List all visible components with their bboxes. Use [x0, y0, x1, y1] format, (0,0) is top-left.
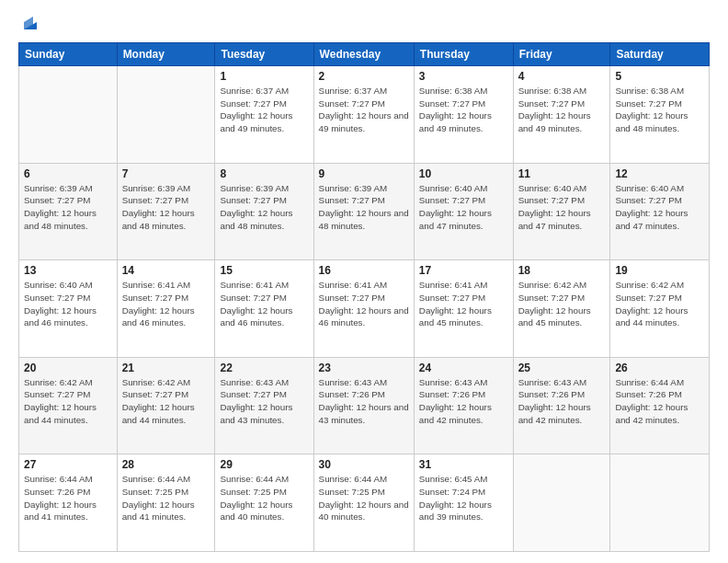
- day-number: 23: [319, 362, 409, 374]
- day-info: Sunrise: 6:43 AM Sunset: 7:26 PM Dayligh…: [518, 376, 606, 427]
- day-info: Sunrise: 6:40 AM Sunset: 7:27 PM Dayligh…: [615, 182, 704, 233]
- day-number: 7: [122, 167, 210, 180]
- calendar-cell: 21Sunrise: 6:42 AM Sunset: 7:27 PM Dayli…: [117, 357, 215, 454]
- day-number: 12: [615, 167, 704, 180]
- day-number: 1: [220, 70, 308, 83]
- calendar-cell: 25Sunrise: 6:43 AM Sunset: 7:26 PM Dayli…: [513, 357, 610, 454]
- calendar-cell: 27Sunrise: 6:44 AM Sunset: 7:26 PM Dayli…: [19, 454, 118, 552]
- day-number: 15: [220, 264, 308, 277]
- calendar-cell: 18Sunrise: 6:42 AM Sunset: 7:27 PM Dayli…: [513, 260, 610, 358]
- svg-marker-1: [24, 17, 33, 29]
- day-info: Sunrise: 6:42 AM Sunset: 7:27 PM Dayligh…: [615, 279, 704, 329]
- day-number: 19: [615, 264, 704, 277]
- day-info: Sunrise: 6:38 AM Sunset: 7:27 PM Dayligh…: [518, 85, 606, 135]
- calendar-cell: [117, 66, 215, 164]
- day-number: 8: [220, 167, 308, 180]
- day-number: 14: [122, 264, 210, 277]
- day-info: Sunrise: 6:37 AM Sunset: 7:27 PM Dayligh…: [319, 85, 409, 135]
- logo: [18, 17, 40, 33]
- calendar-cell: 4Sunrise: 6:38 AM Sunset: 7:27 PM Daylig…: [513, 66, 610, 164]
- calendar-cell: 24Sunrise: 6:43 AM Sunset: 7:26 PM Dayli…: [414, 357, 513, 454]
- day-number: 13: [24, 264, 112, 277]
- calendar-day-header: Wednesday: [313, 43, 414, 66]
- calendar-cell: 1Sunrise: 6:37 AM Sunset: 7:27 PM Daylig…: [215, 66, 313, 164]
- day-info: Sunrise: 6:44 AM Sunset: 7:26 PM Dayligh…: [24, 473, 112, 523]
- calendar-cell: 15Sunrise: 6:41 AM Sunset: 7:27 PM Dayli…: [215, 260, 313, 358]
- calendar-week-row: 13Sunrise: 6:40 AM Sunset: 7:27 PM Dayli…: [19, 260, 710, 358]
- day-number: 29: [220, 458, 308, 471]
- day-info: Sunrise: 6:39 AM Sunset: 7:27 PM Dayligh…: [122, 182, 210, 233]
- calendar-week-row: 20Sunrise: 6:42 AM Sunset: 7:27 PM Dayli…: [19, 357, 710, 454]
- day-info: Sunrise: 6:41 AM Sunset: 7:27 PM Dayligh…: [419, 279, 508, 329]
- day-info: Sunrise: 6:42 AM Sunset: 7:27 PM Dayligh…: [122, 376, 210, 427]
- calendar-cell: 13Sunrise: 6:40 AM Sunset: 7:27 PM Dayli…: [19, 260, 118, 358]
- day-info: Sunrise: 6:38 AM Sunset: 7:27 PM Dayligh…: [615, 85, 704, 135]
- day-info: Sunrise: 6:39 AM Sunset: 7:27 PM Dayligh…: [220, 182, 308, 233]
- calendar-cell: 10Sunrise: 6:40 AM Sunset: 7:27 PM Dayli…: [414, 163, 513, 260]
- day-number: 9: [319, 167, 409, 180]
- day-number: 16: [319, 264, 409, 277]
- day-info: Sunrise: 6:41 AM Sunset: 7:27 PM Dayligh…: [122, 279, 210, 329]
- day-number: 24: [419, 362, 508, 374]
- day-info: Sunrise: 6:43 AM Sunset: 7:26 PM Dayligh…: [419, 376, 508, 427]
- calendar-cell: 19Sunrise: 6:42 AM Sunset: 7:27 PM Dayli…: [610, 260, 710, 358]
- calendar-table: SundayMondayTuesdayWednesdayThursdayFrid…: [18, 42, 710, 552]
- day-info: Sunrise: 6:42 AM Sunset: 7:27 PM Dayligh…: [518, 279, 606, 329]
- day-info: Sunrise: 6:44 AM Sunset: 7:25 PM Dayligh…: [220, 473, 308, 523]
- day-number: 22: [220, 362, 308, 374]
- calendar-week-row: 27Sunrise: 6:44 AM Sunset: 7:26 PM Dayli…: [19, 454, 710, 552]
- calendar-cell: 26Sunrise: 6:44 AM Sunset: 7:26 PM Dayli…: [610, 357, 710, 454]
- calendar-day-header: Saturday: [610, 43, 710, 66]
- logo-icon: [20, 13, 40, 33]
- calendar-day-header: Sunday: [19, 43, 118, 66]
- calendar-cell: [19, 66, 118, 164]
- calendar-day-header: Friday: [513, 43, 610, 66]
- day-info: Sunrise: 6:45 AM Sunset: 7:24 PM Dayligh…: [419, 473, 508, 523]
- day-info: Sunrise: 6:41 AM Sunset: 7:27 PM Dayligh…: [319, 279, 409, 329]
- day-info: Sunrise: 6:40 AM Sunset: 7:27 PM Dayligh…: [419, 182, 508, 233]
- day-number: 10: [419, 167, 508, 180]
- day-number: 21: [122, 362, 210, 374]
- day-info: Sunrise: 6:38 AM Sunset: 7:27 PM Dayligh…: [419, 85, 508, 135]
- day-info: Sunrise: 6:40 AM Sunset: 7:27 PM Dayligh…: [24, 279, 112, 329]
- calendar-cell: 3Sunrise: 6:38 AM Sunset: 7:27 PM Daylig…: [414, 66, 513, 164]
- calendar-cell: 30Sunrise: 6:44 AM Sunset: 7:25 PM Dayli…: [313, 454, 414, 552]
- page: SundayMondayTuesdayWednesdayThursdayFrid…: [0, 0, 728, 563]
- calendar-cell: 11Sunrise: 6:40 AM Sunset: 7:27 PM Dayli…: [513, 163, 610, 260]
- calendar-cell: 28Sunrise: 6:44 AM Sunset: 7:25 PM Dayli…: [117, 454, 215, 552]
- day-info: Sunrise: 6:40 AM Sunset: 7:27 PM Dayligh…: [518, 182, 606, 233]
- calendar-cell: 22Sunrise: 6:43 AM Sunset: 7:27 PM Dayli…: [215, 357, 313, 454]
- calendar-cell: 12Sunrise: 6:40 AM Sunset: 7:27 PM Dayli…: [610, 163, 710, 260]
- calendar-week-row: 6Sunrise: 6:39 AM Sunset: 7:27 PM Daylig…: [19, 163, 710, 260]
- day-number: 26: [615, 362, 704, 374]
- day-number: 4: [518, 70, 606, 83]
- day-number: 5: [615, 70, 704, 83]
- calendar-cell: 17Sunrise: 6:41 AM Sunset: 7:27 PM Dayli…: [414, 260, 513, 358]
- day-info: Sunrise: 6:43 AM Sunset: 7:26 PM Dayligh…: [319, 376, 409, 427]
- calendar-cell: [610, 454, 710, 552]
- day-number: 25: [518, 362, 606, 374]
- calendar-week-row: 1Sunrise: 6:37 AM Sunset: 7:27 PM Daylig…: [19, 66, 710, 164]
- calendar-day-header: Monday: [117, 43, 215, 66]
- calendar-cell: [513, 454, 610, 552]
- calendar-cell: 5Sunrise: 6:38 AM Sunset: 7:27 PM Daylig…: [610, 66, 710, 164]
- calendar-cell: 2Sunrise: 6:37 AM Sunset: 7:27 PM Daylig…: [313, 66, 414, 164]
- calendar-cell: 14Sunrise: 6:41 AM Sunset: 7:27 PM Dayli…: [117, 260, 215, 358]
- day-info: Sunrise: 6:39 AM Sunset: 7:27 PM Dayligh…: [319, 182, 409, 233]
- day-info: Sunrise: 6:44 AM Sunset: 7:25 PM Dayligh…: [122, 473, 210, 523]
- day-info: Sunrise: 6:37 AM Sunset: 7:27 PM Dayligh…: [220, 85, 308, 135]
- day-number: 18: [518, 264, 606, 277]
- day-info: Sunrise: 6:42 AM Sunset: 7:27 PM Dayligh…: [24, 376, 112, 427]
- day-number: 31: [419, 458, 508, 471]
- day-number: 3: [419, 70, 508, 83]
- day-number: 20: [24, 362, 112, 374]
- calendar-cell: 29Sunrise: 6:44 AM Sunset: 7:25 PM Dayli…: [215, 454, 313, 552]
- calendar-cell: 31Sunrise: 6:45 AM Sunset: 7:24 PM Dayli…: [414, 454, 513, 552]
- day-number: 30: [319, 458, 409, 471]
- day-info: Sunrise: 6:41 AM Sunset: 7:27 PM Dayligh…: [220, 279, 308, 329]
- day-info: Sunrise: 6:39 AM Sunset: 7:27 PM Dayligh…: [24, 182, 112, 233]
- calendar-day-header: Thursday: [414, 43, 513, 66]
- calendar-cell: 9Sunrise: 6:39 AM Sunset: 7:27 PM Daylig…: [313, 163, 414, 260]
- calendar-cell: 8Sunrise: 6:39 AM Sunset: 7:27 PM Daylig…: [215, 163, 313, 260]
- calendar-header-row: SundayMondayTuesdayWednesdayThursdayFrid…: [19, 43, 710, 66]
